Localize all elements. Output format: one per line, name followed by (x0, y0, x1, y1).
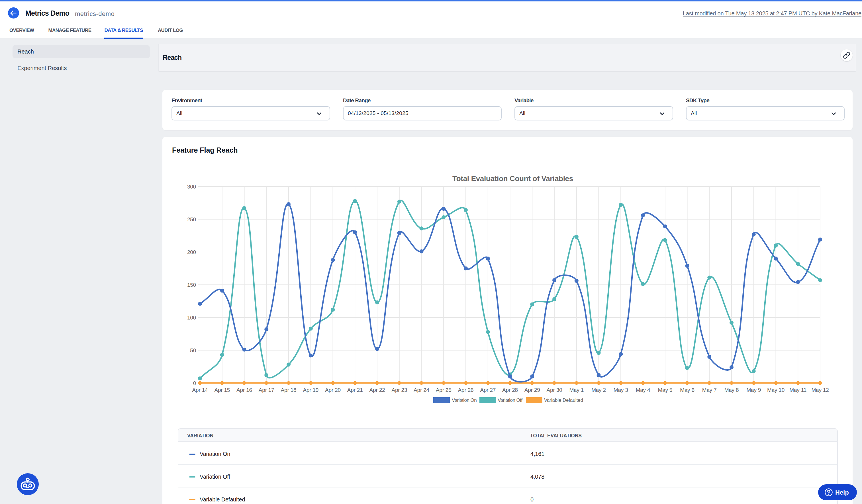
svg-text:May 12: May 12 (811, 387, 829, 393)
svg-text:Apr 19: Apr 19 (303, 387, 318, 393)
svg-text:Apr 16: Apr 16 (236, 387, 252, 393)
svg-text:Apr 18: Apr 18 (281, 387, 297, 393)
svg-text:Apr 22: Apr 22 (369, 387, 385, 393)
svg-text:May 10: May 10 (767, 387, 784, 393)
svg-text:Total Evaluation Count of Vari: Total Evaluation Count of Variables (452, 174, 573, 183)
svg-text:Variation On: Variation On (452, 398, 476, 403)
svg-text:May 9: May 9 (746, 387, 761, 393)
svg-text:250: 250 (187, 216, 196, 222)
svg-text:Apr 28: Apr 28 (502, 387, 518, 393)
svg-text:Apr 30: Apr 30 (547, 387, 562, 393)
svg-text:Apr 27: Apr 27 (480, 387, 496, 393)
svg-text:May 6: May 6 (680, 387, 694, 393)
svg-text:Variation Off: Variation Off (498, 398, 522, 403)
svg-text:May 5: May 5 (658, 387, 672, 393)
svg-text:May 2: May 2 (591, 387, 606, 393)
svg-text:0: 0 (193, 380, 196, 386)
svg-text:Apr 20: Apr 20 (325, 387, 341, 393)
svg-text:150: 150 (187, 282, 196, 288)
svg-text:50: 50 (190, 347, 196, 353)
svg-text:May 8: May 8 (724, 387, 739, 393)
svg-text:May 3: May 3 (614, 387, 628, 393)
svg-text:Apr 21: Apr 21 (347, 387, 363, 393)
svg-text:Apr 24: Apr 24 (414, 387, 429, 393)
svg-text:May 4: May 4 (636, 387, 650, 393)
svg-text:Apr 25: Apr 25 (436, 387, 452, 393)
svg-text:Apr 29: Apr 29 (524, 387, 540, 393)
svg-text:May 1: May 1 (569, 387, 584, 393)
svg-text:200: 200 (187, 249, 196, 255)
svg-text:Apr 15: Apr 15 (214, 387, 230, 393)
svg-text:Apr 17: Apr 17 (259, 387, 274, 393)
svg-text:Variable Defaulted: Variable Defaulted (544, 398, 583, 403)
svg-text:Apr 23: Apr 23 (391, 387, 407, 393)
svg-text:May 7: May 7 (702, 387, 717, 393)
svg-text:Apr 14: Apr 14 (192, 387, 208, 393)
svg-text:300: 300 (187, 184, 196, 190)
svg-text:May 11: May 11 (789, 387, 807, 393)
svg-text:Apr 26: Apr 26 (458, 387, 474, 393)
svg-text:100: 100 (187, 315, 196, 321)
